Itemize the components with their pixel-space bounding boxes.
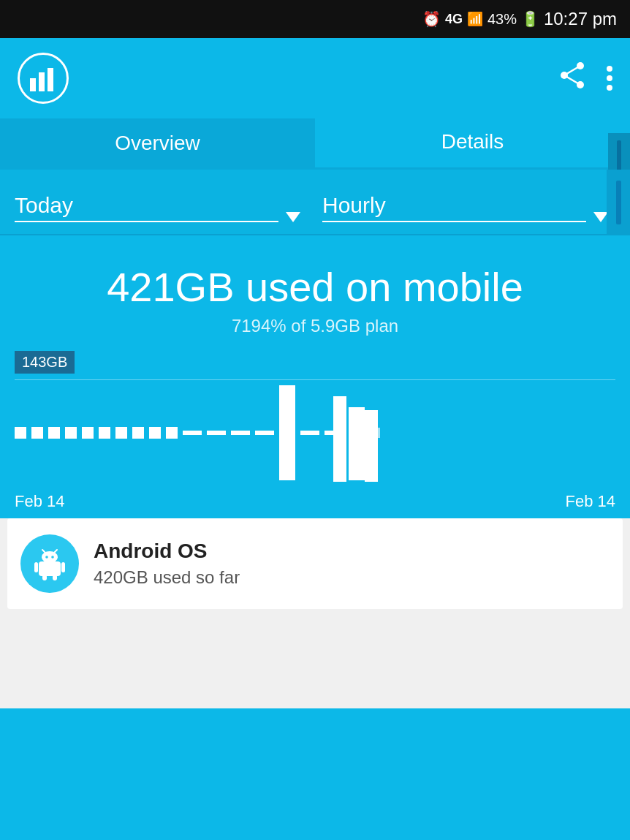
- chart-top-line: [15, 379, 615, 380]
- svg-rect-16: [42, 575, 47, 580]
- usage-sub-text: 7194% of 5.9GB plan: [15, 316, 615, 336]
- svg-rect-1: [39, 72, 45, 91]
- svg-line-13: [54, 550, 57, 553]
- status-icons: ⏰ 4G 📶 43% 🔋 10:27 pm: [422, 9, 617, 29]
- chart-date-start: Feb 14: [15, 492, 65, 511]
- more-menu-button[interactable]: [607, 66, 612, 91]
- filter-edge: [607, 170, 630, 235]
- battery-icon: 🔋: [521, 10, 539, 28]
- signal-bars-icon: 📶: [467, 11, 483, 27]
- svg-line-6: [564, 66, 580, 75]
- bar-tall-2: [349, 407, 365, 480]
- svg-rect-8: [39, 561, 61, 576]
- svg-point-11: [51, 556, 54, 559]
- chart-bar-icon: [29, 65, 58, 91]
- app-list: Android OS 420GB used so far: [0, 518, 630, 708]
- status-time: 10:27 pm: [544, 9, 617, 29]
- svg-rect-17: [53, 575, 57, 580]
- tabs-container: Overview Details: [0, 118, 630, 170]
- app-info: Android OS 420GB used so far: [94, 540, 240, 588]
- chart-dot-row: [15, 385, 586, 480]
- android-icon: [33, 547, 67, 580]
- svg-rect-2: [48, 68, 53, 91]
- header-actions: [558, 61, 612, 95]
- chart-dates: Feb 14 Feb 14: [15, 489, 615, 511]
- svg-rect-14: [34, 562, 38, 572]
- battery-percent: 43%: [487, 11, 517, 28]
- tab-overview[interactable]: Overview: [0, 118, 315, 167]
- period-filter-label: Today: [15, 193, 278, 222]
- period-filter-arrow: [286, 212, 300, 222]
- svg-rect-15: [61, 562, 65, 572]
- status-bar: ⏰ 4G 📶 43% 🔋 10:27 pm: [0, 0, 630, 38]
- filter-row: Today Hourly: [0, 170, 630, 235]
- svg-rect-0: [30, 78, 36, 91]
- chart-date-end: Feb 14: [566, 492, 616, 511]
- chart-y-label: 143GB: [15, 351, 75, 374]
- interval-filter-label: Hourly: [322, 193, 586, 222]
- tab-details[interactable]: Details: [315, 118, 630, 167]
- chart-area: 143GB: [0, 351, 630, 511]
- bar-tall-1: [279, 385, 295, 480]
- interval-filter-arrow: [593, 212, 608, 222]
- app-icon-circle: [20, 534, 79, 593]
- interval-filter[interactable]: Hourly: [322, 193, 615, 225]
- app-usage: 420GB used so far: [94, 567, 240, 588]
- svg-line-7: [564, 75, 580, 85]
- alarm-icon: ⏰: [422, 10, 441, 28]
- chart-container: Feb 14 Feb 14: [15, 379, 615, 511]
- usage-main-text: 421GB used on mobile: [15, 265, 615, 310]
- app-name: Android OS: [94, 540, 240, 563]
- app-header: [0, 38, 630, 118]
- period-filter[interactable]: Today: [15, 193, 308, 225]
- list-item[interactable]: Android OS 420GB used so far: [7, 518, 623, 609]
- app-logo: [18, 53, 69, 104]
- svg-point-9: [42, 551, 58, 563]
- usage-section: 421GB used on mobile 7194% of 5.9GB plan: [0, 235, 630, 351]
- share-button[interactable]: [558, 61, 586, 95]
- svg-line-12: [42, 550, 45, 553]
- signal-4g-icon: 4G: [445, 12, 463, 27]
- svg-point-10: [45, 556, 48, 559]
